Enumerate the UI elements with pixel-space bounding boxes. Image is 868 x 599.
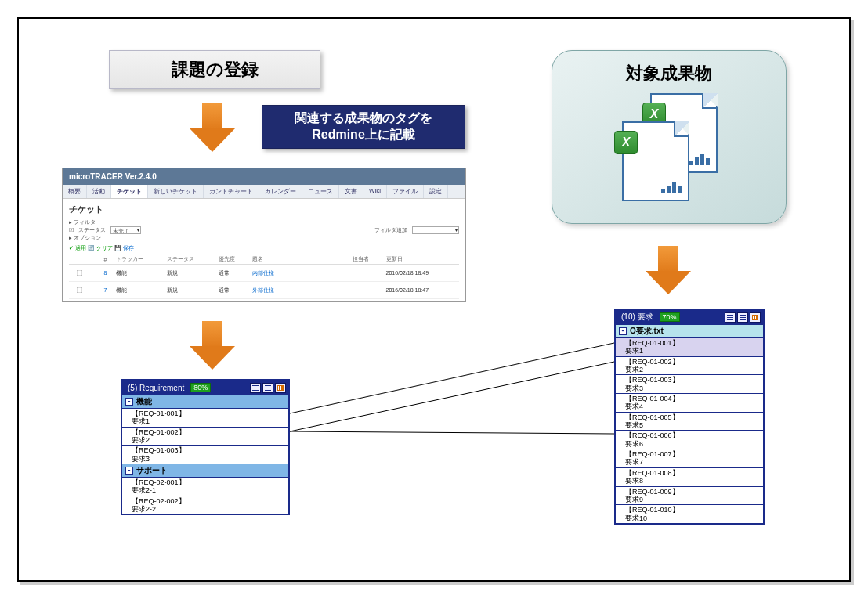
panel-item[interactable]: 【REQ-01-006】要求6 <box>616 430 763 449</box>
panel-section: -サポート <box>122 464 288 477</box>
panel-section: -機能 <box>122 395 288 408</box>
redmine-tab[interactable]: 設定 <box>424 185 448 198</box>
arrow-down-icon <box>190 103 235 153</box>
arrow-down-icon <box>190 321 235 371</box>
table-row[interactable]: 8機能新規通常内部仕様2016/02/18 18:49 <box>69 265 459 282</box>
panel-toolbar <box>725 312 761 323</box>
table-header <box>69 254 101 265</box>
clear-button[interactable]: 🔄 クリア <box>88 245 113 251</box>
panel-toolbar <box>250 383 286 393</box>
panel-item[interactable]: 【REQ-01-003】要求3 <box>616 374 763 393</box>
collapse-icon[interactable]: - <box>619 327 627 335</box>
panel-item[interactable]: 【REQ-01-004】要求4 <box>616 393 763 412</box>
redmine-title: microTRACER Ver.2.4.0 <box>63 168 465 185</box>
panel-item[interactable]: 【REQ-01-007】要求7 <box>616 449 763 467</box>
section-label: サポート <box>136 465 168 476</box>
save-button[interactable]: 💾 保存 <box>114 245 134 251</box>
callout-line1: 関連する成果物のタグを <box>262 110 465 127</box>
redmine-tab[interactable]: 新しいチケット <box>148 185 204 198</box>
panel-header: (10) 要求 70% <box>616 310 763 324</box>
panel-item[interactable]: 【REQ-01-001】要求1 <box>616 337 763 356</box>
row-checkbox[interactable] <box>77 270 83 276</box>
panel-item[interactable]: 【REQ-01-009】要求9 <box>616 486 763 505</box>
filter-label: ▸ フィルタ <box>69 218 459 226</box>
panel-tool-icon[interactable] <box>250 383 261 393</box>
panel-item[interactable]: 【REQ-01-003】要求3 <box>122 445 288 464</box>
table-header: 題名 <box>250 254 350 265</box>
panel-item[interactable]: 【REQ-02-002】要求2-2 <box>122 496 288 514</box>
redmine-tab[interactable]: 概要 <box>63 185 87 198</box>
svg-line-1 <box>290 362 614 431</box>
panel-percent: 70% <box>660 312 680 322</box>
apply-button[interactable]: ✔ 適用 <box>69 245 86 251</box>
collapse-icon[interactable]: - <box>125 398 133 406</box>
panel-header: (5) Requirement 80% <box>122 381 288 395</box>
redmine-tab[interactable]: ファイル <box>387 185 424 198</box>
panel-title: (10) 要求 <box>621 312 653 323</box>
redmine-tab[interactable]: Wiki <box>363 185 387 198</box>
panel-tool-icon[interactable] <box>737 312 748 323</box>
panel-item[interactable]: 【REQ-01-002】要求2 <box>122 427 288 446</box>
status-filter-row: ☑ ステータス 未完了 フィルタ追加 <box>69 226 459 234</box>
callout-related-tags: 関連する成果物のタグを Redmine上に記載 <box>262 105 465 149</box>
panel-tool-icon[interactable] <box>750 312 761 323</box>
section-label: 機能 <box>136 396 152 407</box>
panel-tool-icon[interactable] <box>275 383 286 393</box>
panel-title: (5) Requirement <box>128 384 184 392</box>
panel-tool-icon[interactable] <box>262 383 273 393</box>
table-header: ステータス <box>165 254 215 265</box>
table-header: # <box>101 254 114 265</box>
redmine-heading: チケット <box>69 204 459 215</box>
redmine-tab[interactable]: ガントチャート <box>204 185 259 198</box>
redmine-tab[interactable]: チケット <box>111 185 148 198</box>
filter-add-label: フィルタ追加 <box>374 226 407 234</box>
panel-tool-icon[interactable] <box>725 312 736 323</box>
callout-line2: Redmine上に記載 <box>262 127 465 143</box>
excel-badge-icon: X <box>614 131 638 154</box>
panel-item[interactable]: 【REQ-01-001】要求1 <box>122 408 288 427</box>
table-header: トラッカー <box>114 254 165 265</box>
target-artifacts-title: 対象成果物 <box>552 62 786 85</box>
redmine-tab[interactable]: ニュース <box>302 185 339 198</box>
arrow-down-icon <box>646 246 691 296</box>
filter-add-select[interactable] <box>412 226 459 234</box>
target-artifacts-box: 対象成果物 X X <box>552 50 787 224</box>
panel-item[interactable]: 【REQ-01-005】要求5 <box>616 412 763 431</box>
panel-item[interactable]: 【REQ-02-001】要求2-1 <box>122 477 288 496</box>
file-section-label: O要求.txt <box>630 326 664 337</box>
status-label: ステータス <box>78 226 106 234</box>
panel-item[interactable]: 【REQ-01-002】要求2 <box>616 356 763 375</box>
table-header: 優先度 <box>216 254 250 265</box>
svg-line-2 <box>290 431 614 434</box>
redmine-tab[interactable]: 文書 <box>339 185 363 198</box>
redmine-tab[interactable]: カレンダー <box>259 185 302 198</box>
panel-item[interactable]: 【REQ-01-010】要求10 <box>616 504 763 523</box>
outer-frame: 課題の登録 関連する成果物のタグを Redmine上に記載 対象成果物 X X <box>17 17 851 582</box>
table-header: 担当者 <box>350 254 384 265</box>
row-checkbox[interactable] <box>77 287 83 294</box>
status-select[interactable]: 未完了 <box>110 226 141 234</box>
redmine-screenshot: microTRACER Ver.2.4.0 概要活動チケット新しいチケットガント… <box>62 168 466 302</box>
table-header: 更新日 <box>384 254 459 265</box>
table-row[interactable]: 6機能新規通常Bitnami をインストール2016/02/18 17:26 <box>69 299 459 303</box>
panel-item[interactable]: 【REQ-01-008】要求8 <box>616 467 763 486</box>
panel-percent: 80% <box>190 383 211 392</box>
excel-icon: X X <box>614 93 724 203</box>
issue-registration-label: 課題の登録 <box>109 50 320 89</box>
youkyuu-panel: (10) 要求 70% - O要求.txt 【REQ-01-001】要求1【RE… <box>614 309 765 525</box>
redmine-actions: ✔ 適用 🔄 クリア 💾 保存 <box>69 244 459 252</box>
svg-line-0 <box>290 343 614 413</box>
file-section: - O要求.txt <box>616 324 763 337</box>
redmine-ticket-table: #トラッカーステータス優先度題名担当者更新日 8機能新規通常内部仕様2016/0… <box>69 254 459 302</box>
redmine-tabs: 概要活動チケット新しいチケットガントチャートカレンダーニュース文書Wikiファイ… <box>63 185 465 199</box>
requirement-panel: (5) Requirement 80% -機能【REQ-01-001】要求1【R… <box>121 379 290 515</box>
redmine-tab[interactable]: 活動 <box>87 185 111 198</box>
option-label: ▸ オプション <box>69 234 459 242</box>
collapse-icon[interactable]: - <box>125 467 133 475</box>
table-row[interactable]: 7機能新規通常外部仕様2016/02/18 18:47 <box>69 282 459 299</box>
diagram-page: 課題の登録 関連する成果物のタグを Redmine上に記載 対象成果物 X X <box>0 0 868 599</box>
